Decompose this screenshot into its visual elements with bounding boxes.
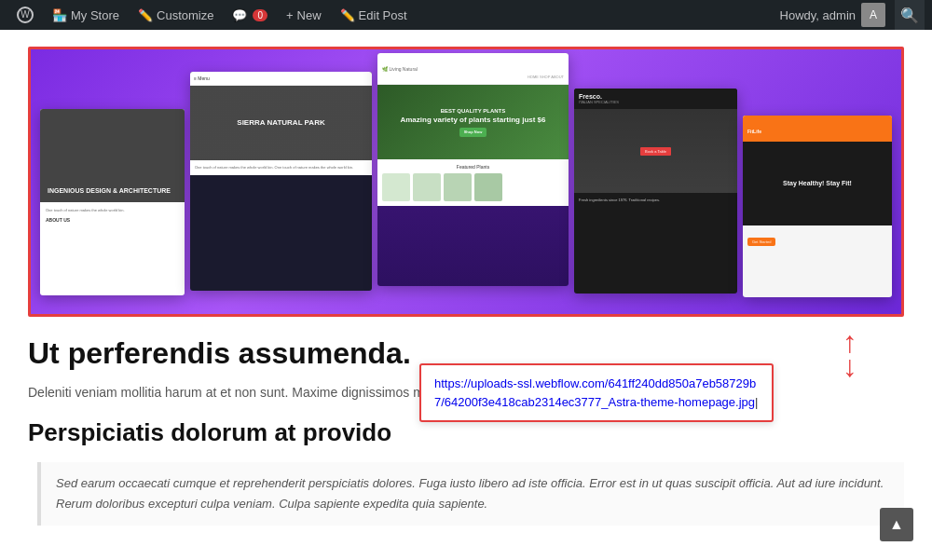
- edit-post-label: Edit Post: [359, 8, 407, 22]
- comments-icon: 💬: [232, 8, 247, 22]
- park-title: SIERRA NATURAL PARK: [237, 118, 324, 128]
- arch-title: INGENIOUS DESIGN & ARCHITECTURE: [48, 186, 171, 195]
- new-button[interactable]: + New: [277, 0, 331, 30]
- search-icon: 🔍: [900, 7, 919, 24]
- edit-icon: ✏️: [340, 8, 355, 22]
- mockup-architecture: INGENIOUS DESIGN & ARCHITECTURE One touc…: [40, 109, 185, 295]
- comments-button[interactable]: 💬 0: [223, 0, 277, 30]
- plants-btn: Shop Now: [459, 128, 487, 137]
- avatar-initial: A: [870, 8, 877, 21]
- customize-label: Customize: [157, 8, 213, 22]
- my-store-button[interactable]: 🏪 My Store: [43, 0, 129, 30]
- fresco-btn: Book a Table: [640, 147, 671, 156]
- admin-bar-right: Howdy, admin A 🔍: [771, 0, 925, 30]
- park-header: ≡ Menu: [190, 72, 372, 86]
- arch-about-link: ABOUT US: [46, 217, 179, 223]
- plants-featured-title: Featured Plants: [382, 164, 564, 170]
- fit-hero: Stay Healthy! Stay Fit!: [743, 142, 892, 225]
- hero-section: INGENIOUS DESIGN & ARCHITECTURE One touc…: [28, 47, 904, 317]
- park-body: One touch of nature makes the whole worl…: [190, 160, 372, 175]
- plant-item-3: [444, 173, 472, 201]
- customize-button[interactable]: ✏️ Customize: [129, 0, 223, 30]
- plants-items: [382, 173, 564, 201]
- fresco-hero-img: Book a Table: [574, 109, 737, 193]
- avatar: A: [861, 3, 885, 27]
- store-icon: 🏪: [52, 8, 67, 22]
- park-logo: ≡ Menu: [194, 75, 210, 81]
- chevron-up-icon: ▲: [889, 516, 904, 533]
- mockup-container: INGENIOUS DESIGN & ARCHITECTURE One touc…: [31, 49, 901, 314]
- plant-item-1: [382, 173, 410, 201]
- fresco-sub: ITALIAN SPECIALITIES: [579, 100, 619, 104]
- fresco-desc: Fresh ingredients since 1976. Traditiona…: [579, 198, 733, 203]
- url-text: https://uploads-ssl.webflow.com/641ff240…: [434, 376, 758, 409]
- arch-body: One touch of nature makes the whole worl…: [40, 202, 185, 228]
- arch-text: One touch of nature makes the whole worl…: [46, 208, 179, 213]
- howdy-section[interactable]: Howdy, admin A: [771, 3, 895, 27]
- fresco-logo: Fresco.: [579, 93, 619, 100]
- arrow-down-icon: ↓: [843, 355, 857, 379]
- main-content: INGENIOUS DESIGN & ARCHITECTURE One touc…: [0, 30, 932, 560]
- my-store-label: My Store: [71, 8, 119, 22]
- plant-item-2: [413, 173, 441, 201]
- arch-hero: INGENIOUS DESIGN & ARCHITECTURE: [40, 109, 185, 202]
- fresco-logo-group: Fresco. ITALIAN SPECIALITIES: [579, 93, 619, 104]
- edit-post-button[interactable]: ✏️ Edit Post: [331, 0, 417, 30]
- park-hero: SIERRA NATURAL PARK: [190, 86, 372, 160]
- customize-icon: ✏️: [138, 8, 153, 22]
- hero-image: INGENIOUS DESIGN & ARCHITECTURE One touc…: [28, 47, 904, 317]
- arrow-indicator: ↑ ↓: [843, 331, 857, 378]
- new-label: New: [297, 8, 322, 22]
- howdy-label: Howdy, admin: [780, 8, 856, 22]
- wp-logo-icon: W: [17, 7, 34, 23]
- plus-icon: +: [286, 8, 294, 22]
- quote-text: Sed earum occaecati cumque et reprehende…: [56, 473, 889, 514]
- plants-hero-text: BEST QUALITY PLANTS Amazing variety of p…: [400, 107, 545, 137]
- mockup-plants: 🌿 Living Natural HOME SHOP ABOUT BEST QU…: [377, 53, 569, 286]
- fit-title: Stay Healthy! Stay Fit!: [783, 179, 852, 188]
- plants-header: 🌿 Living Natural HOME SHOP ABOUT: [377, 53, 569, 85]
- fit-cta-button: Get Started: [747, 238, 775, 246]
- admin-bar: W 🏪 My Store ✏️ Customize 💬 0 + New ✏️ E…: [0, 0, 932, 30]
- mockup-park: ≡ Menu SIERRA NATURAL PARK One touch of …: [190, 72, 372, 291]
- plants-heading: Amazing variety of plants starting just …: [400, 116, 545, 124]
- wp-logo-button[interactable]: W: [7, 0, 43, 30]
- plants-featured: Featured Plants: [377, 159, 569, 206]
- admin-search-button[interactable]: 🔍: [895, 0, 925, 30]
- fit-logo: FitLife: [747, 129, 761, 134]
- fresco-header: Fresco. ITALIAN SPECIALITIES: [574, 89, 737, 109]
- fit-body: Get Started: [743, 225, 892, 252]
- best-plants-label: BEST QUALITY PLANTS: [441, 108, 506, 114]
- fresco-body: Fresh ingredients since 1976. Traditiona…: [574, 193, 737, 208]
- mockup-fresco: Fresco. ITALIAN SPECIALITIES Book a Tabl…: [574, 89, 737, 294]
- plants-hero: BEST QUALITY PLANTS Amazing variety of p…: [377, 85, 569, 159]
- comments-badge: 0: [253, 9, 267, 21]
- quote-block: Sed earum occaecati cumque et reprehende…: [37, 462, 904, 526]
- page-subheading: Perspiciatis dolorum at provido: [28, 418, 904, 447]
- url-tooltip: https://uploads-ssl.webflow.com/641ff240…: [419, 363, 774, 422]
- scroll-top-button[interactable]: ▲: [880, 508, 913, 541]
- fit-header: FitLife: [743, 116, 892, 142]
- mockup-fitness: FitLife Stay Healthy! Stay Fit! Get Star…: [743, 116, 892, 297]
- plant-item-4: [474, 173, 502, 201]
